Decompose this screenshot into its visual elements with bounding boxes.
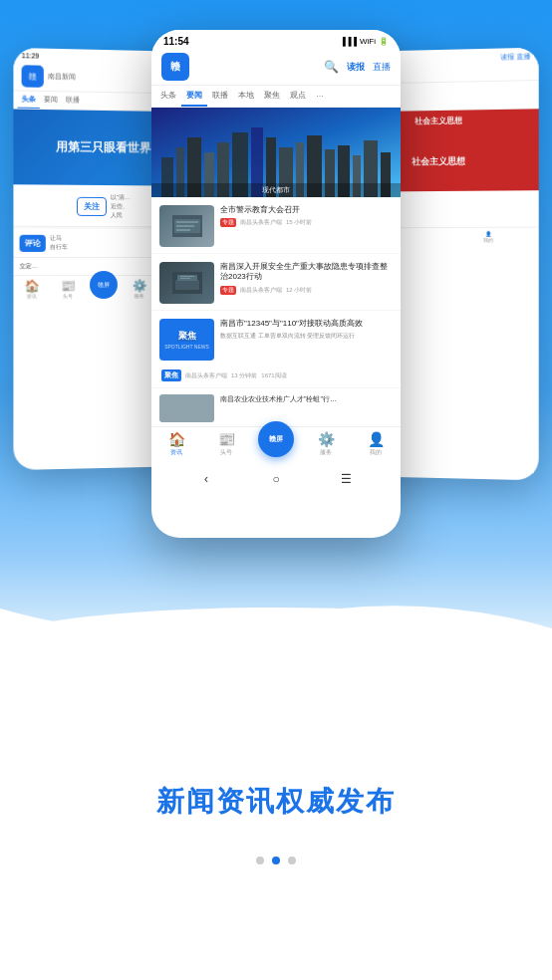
phone-main: 11:54 ▐▐▐ WiFi 🔋 赣 🔍 读报 直播 头条 要闻 联播 本地	[151, 30, 401, 538]
main-header: 赣 🔍 读报 直播	[151, 49, 401, 86]
left-nav-2[interactable]: 赣屏	[86, 279, 122, 299]
svg-rect-20	[176, 225, 194, 227]
main-logo[interactable]: 赣	[161, 53, 189, 81]
main-nav-label-0: 资讯	[170, 448, 182, 457]
left-nav-icon-0: 🏠	[24, 279, 39, 293]
left-phone-logo: 赣	[22, 65, 44, 88]
left-tab-2[interactable]: 联播	[62, 92, 84, 109]
main-nav-label-1: 头号	[220, 448, 232, 457]
left-nav-icon-3: ⚙️	[132, 279, 146, 293]
news-text-1: 南昌深入开展安全生产重大事故隐患专项排查整治2023行动 专题 南昌头条客户端 …	[220, 262, 393, 295]
news-meta-0: 专题 南昌头条客户端 15 小时前	[220, 218, 393, 227]
news-source-1: 南昌头条客户端	[240, 286, 282, 295]
news-item-0[interactable]: 全市警示教育大会召开 专题 南昌头条客户端 15 小时前	[151, 199, 401, 254]
tab-more[interactable]: …	[311, 86, 329, 107]
left-time: 11:29	[22, 52, 40, 60]
tab-toutiao[interactable]: 头条	[155, 86, 181, 107]
android-nav: ‹ ○ ☰	[151, 465, 401, 493]
dot-2[interactable]	[288, 857, 296, 864]
news-time-0: 15 小时前	[286, 218, 312, 227]
main-nav-4[interactable]: 👤 我的	[351, 431, 401, 457]
news-item-2-top: 聚焦 SPOTLIGHT NEWS 南昌市"12345"与"110"对接联动高质…	[159, 319, 363, 361]
main-nav-icon-3: ⚙️	[318, 431, 335, 447]
main-header-right: 🔍 读报 直播	[324, 60, 391, 74]
left-nav-icon-1: 📰	[60, 279, 75, 293]
tab-bendi[interactable]: 本地	[233, 86, 259, 107]
main-nav-label-4: 我的	[370, 448, 382, 457]
main-time: 11:54	[163, 36, 189, 47]
svg-rect-25	[180, 276, 194, 277]
news-title-0: 全市警示教育大会召开	[220, 205, 393, 215]
main-signal-icon: ▐▐▐	[340, 37, 357, 46]
news-tag-2: 聚焦	[161, 369, 181, 381]
android-recent[interactable]: ☰	[338, 471, 354, 487]
news-title-1: 南昌深入开展安全生产重大事故隐患专项排查整治2023行动	[220, 262, 393, 283]
svg-rect-26	[180, 278, 190, 279]
main-bottom-nav: 🏠 资讯 📰 头号 赣屏 ⚙️ 服务 👤 我的	[151, 426, 401, 465]
focus-subtitle: 数据互联互通 工单营单双向流转 受理反馈闭环运行	[220, 332, 363, 340]
main-status-bar: 11:54 ▐▐▐ WiFi 🔋	[151, 30, 401, 49]
preview-text: 南昌农业农业技术推广人才"栓蛆"行…	[220, 394, 337, 422]
main-nav-center[interactable]: 赣屏	[251, 431, 301, 457]
left-nav-1[interactable]: 📰 头号	[50, 279, 86, 299]
android-home[interactable]: ○	[268, 471, 284, 487]
safety-img	[172, 272, 202, 294]
main-nav-center-btn[interactable]: 赣屏	[258, 421, 294, 457]
dot-0[interactable]	[256, 857, 264, 864]
bottom-curve	[0, 608, 552, 687]
news-thumb-1	[159, 262, 214, 304]
attention-text: 以"清…近些、人民	[111, 193, 131, 220]
dot-1[interactable]	[272, 857, 280, 864]
android-back[interactable]: ‹	[198, 471, 214, 487]
left-nav-0[interactable]: 🏠 资讯	[13, 279, 49, 299]
news-time-2: 13 分钟前	[231, 371, 257, 380]
left-center-btn[interactable]: 赣屏	[90, 271, 118, 299]
right-header-actions: 读报 直播	[500, 52, 530, 63]
news-text-0: 全市警示教育大会召开 专题 南昌头条客户端 15 小时前	[220, 205, 393, 227]
main-nav-icon-0: 🏠	[168, 431, 185, 447]
svg-rect-23	[175, 280, 199, 290]
news-item-2[interactable]: 聚焦 SPOTLIGHT NEWS 南昌市"12345"与"110"对接联动高质…	[151, 313, 401, 388]
comment-text: 让马自行车	[50, 234, 68, 252]
news-thumb-0	[159, 205, 214, 247]
left-tab-0[interactable]: 头条	[18, 91, 40, 109]
news-source-0: 南昌头条客户端	[240, 218, 282, 227]
banner-overlay-text: 现代都市	[151, 183, 401, 197]
bottom-section: 新闻资讯权威发布	[0, 647, 552, 980]
news-title-2: 南昌市"12345"与"110"对接联动高质高效	[220, 319, 363, 329]
main-nav-0[interactable]: 🏠 资讯	[151, 431, 201, 457]
header-action-0[interactable]: 读报	[347, 61, 365, 74]
preview-thumb	[159, 394, 214, 422]
main-wifi-icon: WiFi	[360, 37, 376, 46]
main-nav-icon-4: 👤	[368, 431, 385, 447]
tab-guandian[interactable]: 观点	[285, 86, 311, 107]
news-item-1[interactable]: 南昌深入开展安全生产重大事故隐患专项排查整治2023行动 专题 南昌头条客户端 …	[151, 256, 401, 311]
svg-rect-19	[176, 221, 198, 223]
attention-row: 关注 以"清…近些、人民	[77, 193, 131, 220]
tab-yaowwen[interactable]: 要闻	[181, 86, 207, 107]
news-reads-2: 1671阅读	[261, 371, 286, 380]
dots-indicator	[256, 857, 296, 864]
phones-container: 11:29 📶🔋 赣 南昌新闻 头条 要闻 联播 用第三只眼看世界 关注 以"清…	[0, 30, 552, 538]
news-meta-2: 聚焦 南昌头条客户端 13 分钟前 1671阅读	[159, 369, 287, 381]
tab-jujiao[interactable]: 聚焦	[259, 86, 285, 107]
news-source-2: 南昌头条客户端	[185, 371, 227, 380]
header-action-1[interactable]: 直播	[373, 61, 391, 74]
left-header-text: 南昌新闻	[48, 72, 76, 83]
meeting-img	[172, 215, 202, 237]
spotlight-thumbnail: 聚焦 SPOTLIGHT NEWS	[159, 319, 214, 361]
right-nav-1[interactable]: 👤 我的	[438, 231, 539, 243]
main-nav-icon-1: 📰	[218, 431, 235, 447]
main-tabs: 头条 要闻 联播 本地 聚焦 观点 …	[151, 86, 401, 108]
left-tab-1[interactable]: 要闻	[40, 92, 62, 109]
svg-rect-21	[176, 229, 190, 231]
search-icon[interactable]: 🔍	[324, 60, 339, 74]
news-tag-0: 专题	[220, 218, 236, 227]
main-nav-1[interactable]: 📰 头号	[201, 431, 251, 457]
main-nav-3[interactable]: ⚙️ 服务	[301, 431, 351, 457]
main-nav-label-3: 服务	[320, 448, 332, 457]
tab-lianbao[interactable]: 联播	[207, 86, 233, 107]
news-time-1: 12 小时前	[286, 286, 312, 295]
tagline: 新闻资讯权威发布	[156, 783, 396, 821]
main-status-icons: ▐▐▐ WiFi 🔋	[340, 37, 389, 46]
